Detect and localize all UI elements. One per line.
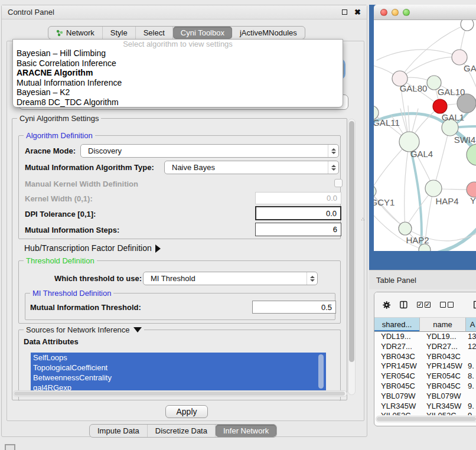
dropdown-items: Bayesian – Hill ClimbingBasic Correlatio… bbox=[13, 48, 343, 107]
scrollbar-thumb[interactable] bbox=[14, 392, 345, 396]
algorithm-definition-legend: Algorithm Definition bbox=[24, 131, 95, 140]
network-node[interactable] bbox=[467, 144, 476, 165]
tab-style[interactable]: Style bbox=[103, 27, 136, 39]
dropdown-item[interactable]: ARACNE Algorithm bbox=[13, 68, 343, 78]
apply-button[interactable]: Apply bbox=[165, 405, 208, 418]
network-node[interactable] bbox=[425, 180, 442, 197]
close-panel-icon[interactable]: ✖ bbox=[354, 8, 361, 16]
table-cell: 9 bbox=[466, 411, 476, 415]
data-attributes-list[interactable]: SelfLoopsTopologicalCoefficientBetweenne… bbox=[31, 353, 326, 392]
bottom-tab-infer-network[interactable]: Infer Network bbox=[216, 425, 276, 437]
table-panel: ✓✓ shared...nameA YDL19...YDL19...13YDR2… bbox=[374, 292, 476, 426]
sources-legend[interactable]: Sources for Network Inference bbox=[24, 325, 144, 334]
table-header-row: shared...nameA bbox=[374, 318, 476, 332]
table-settings-gear-icon[interactable] bbox=[383, 299, 390, 311]
table-panel-titlebar: Table Panel bbox=[369, 270, 476, 289]
network-node[interactable] bbox=[374, 185, 376, 197]
table-row[interactable]: YPR145WYPR145W9. bbox=[374, 361, 476, 371]
list-scrollbar[interactable] bbox=[318, 354, 324, 389]
tab-jactivemnodules[interactable]: jActiveMNodules bbox=[232, 27, 305, 39]
table-row[interactable]: YDL19...YDL19...13 bbox=[374, 332, 476, 342]
bottom-tab-impute-data[interactable]: Impute Data bbox=[90, 425, 148, 437]
table-row[interactable]: YIL052CYIL052C9 bbox=[374, 411, 476, 415]
threshold-definition-legend: Threshold Definition bbox=[24, 256, 97, 265]
deselect-all-checkboxes-icon[interactable] bbox=[440, 302, 454, 308]
table-cell: YBR043C bbox=[374, 352, 420, 362]
table-rows: YDL19...YDL19...13YDR27...YDR27...12YBR0… bbox=[374, 332, 476, 415]
cyni-bottom-tabbar: Impute DataDiscretize DataInfer Network bbox=[89, 424, 277, 438]
network-canvas[interactable]: GALGAL80GAL10GAL1GAL11SWI4GAL4GCY1HAP4YH… bbox=[374, 20, 476, 251]
network-node-label: HAP2 bbox=[406, 235, 429, 245]
table-cell: YDL19... bbox=[374, 332, 420, 342]
table-row[interactable]: YDR27...YDR27...12 bbox=[374, 342, 476, 352]
which-threshold-value: MI Threshold bbox=[151, 274, 307, 283]
tab-cyni-toolbox[interactable]: Cyni Toolbox bbox=[173, 27, 232, 39]
scrollbar-thumb[interactable] bbox=[349, 121, 354, 362]
settings-horizontal-scrollbar[interactable] bbox=[13, 390, 347, 397]
settings-vertical-scrollbar[interactable] bbox=[348, 119, 356, 395]
network-node[interactable] bbox=[433, 99, 447, 113]
network-window-titlebar[interactable] bbox=[374, 5, 476, 20]
dropdown-item[interactable]: Mutual Information Inference bbox=[13, 78, 343, 88]
table-row[interactable]: YBR045CYBR045C9. bbox=[374, 381, 476, 392]
mi-type-combo[interactable]: Naive Bayes bbox=[164, 161, 339, 174]
data-attributes-label: Data Attributes bbox=[24, 337, 79, 346]
zoom-window-icon[interactable] bbox=[403, 9, 410, 16]
dropdown-item[interactable]: Bayesian – K2 bbox=[13, 87, 343, 97]
which-threshold-combo[interactable]: MI Threshold bbox=[143, 272, 318, 285]
network-edge[interactable] bbox=[426, 226, 476, 251]
table-cell: YDL19... bbox=[420, 332, 466, 342]
table-cell: 9. bbox=[466, 381, 476, 392]
bottom-tab-discretize-data[interactable]: Discretize Data bbox=[148, 425, 216, 437]
dropdown-item[interactable]: Dream8 DC_TDC Algorithm bbox=[13, 97, 343, 107]
network-edge[interactable] bbox=[405, 142, 409, 229]
collapse-arrow-icon bbox=[133, 327, 142, 332]
column-header[interactable]: A bbox=[466, 318, 476, 332]
network-edge[interactable] bbox=[377, 50, 459, 60]
table-row[interactable]: YLR345WYLR345W9. bbox=[374, 402, 476, 412]
network-node-label: GAL1 bbox=[442, 112, 464, 122]
network-node[interactable] bbox=[399, 222, 412, 235]
close-window-icon[interactable] bbox=[380, 9, 387, 16]
mi-threshold-field[interactable]: 0.5 bbox=[252, 301, 336, 314]
splitter-grip-icon[interactable]: ∴ bbox=[361, 219, 364, 224]
mi-steps-field[interactable]: 6 bbox=[255, 223, 341, 236]
data-attribute-item-selected[interactable]: TopologicalCoefficient bbox=[31, 363, 326, 373]
application-window: Control Panel ✖ NetworkStyleSelectCyni T… bbox=[0, 0, 476, 450]
data-attribute-item-selected[interactable]: SelfLoops bbox=[31, 353, 326, 363]
aracne-mode-value: Discovery bbox=[88, 146, 328, 155]
table-row[interactable]: YBL079WYBL079W bbox=[374, 392, 476, 402]
docked-panel-icon[interactable] bbox=[5, 444, 15, 450]
aracne-mode-combo[interactable]: Discovery bbox=[80, 144, 339, 158]
column-header[interactable]: shared... bbox=[374, 318, 420, 332]
tab-select[interactable]: Select bbox=[136, 27, 173, 39]
network-node-label: SWI4 bbox=[454, 135, 476, 145]
table-row[interactable]: YBR043CYBR043C bbox=[374, 352, 476, 362]
network-node[interactable] bbox=[461, 20, 474, 31]
network-node-label: GAL4 bbox=[410, 149, 433, 159]
cyni-settings-legend: Cyni Algorithm Settings bbox=[17, 114, 101, 123]
minimize-window-icon[interactable] bbox=[392, 9, 399, 16]
data-attribute-item-selected[interactable]: BetweennessCentrality bbox=[31, 373, 326, 383]
scrollbar-thumb[interactable] bbox=[377, 417, 476, 421]
table-row[interactable]: YER054CYER054C8. bbox=[374, 371, 476, 381]
new-table-icon-partial[interactable] bbox=[474, 299, 476, 310]
network-canvas-svg: GALGAL80GAL10GAL1GAL11SWI4GAL4GCY1HAP4YH… bbox=[374, 20, 476, 251]
kernel-width-field[interactable]: 0.0 bbox=[255, 192, 341, 204]
mi-threshold-group: MI Threshold Definition Mutual Informati… bbox=[25, 293, 335, 320]
network-edge[interactable] bbox=[400, 57, 459, 79]
control-panel-tabbar: NetworkStyleSelectCyni ToolboxjActiveMNo… bbox=[48, 26, 305, 40]
dpi-tolerance-field[interactable]: 0.0 bbox=[255, 206, 341, 220]
column-header[interactable]: name bbox=[420, 318, 466, 332]
dropdown-item[interactable]: Bayesian – Hill Climbing bbox=[13, 48, 343, 58]
network-edge[interactable] bbox=[433, 128, 449, 188]
manual-kernel-checkbox[interactable] bbox=[334, 179, 343, 187]
float-panel-icon[interactable] bbox=[342, 9, 347, 15]
show-columns-icon[interactable] bbox=[400, 299, 407, 310]
table-horizontal-scrollbar[interactable] bbox=[376, 416, 476, 422]
dropdown-item[interactable]: Basic Correlation Inference bbox=[13, 58, 343, 69]
tab-network[interactable]: Network bbox=[48, 27, 103, 39]
select-all-checkboxes-icon[interactable]: ✓✓ bbox=[417, 302, 431, 308]
network-node-label: GAL bbox=[464, 63, 476, 73]
hub-definition-toggle[interactable]: Hub/Transcription Factor Definition bbox=[24, 243, 161, 253]
